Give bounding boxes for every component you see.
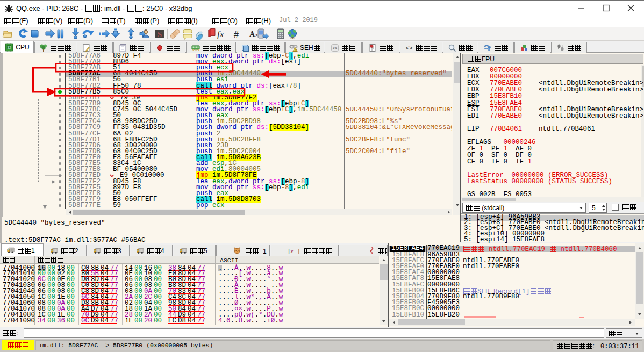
svg-text:#: #: [234, 30, 239, 39]
svg-text:A: A: [249, 30, 255, 38]
svg-text:fx: fx: [217, 29, 224, 39]
svg-text:S: S: [158, 30, 162, 39]
svg-text:<>: <>: [332, 46, 338, 51]
svg-text:32: 32: [8, 45, 12, 49]
svg-text:=]: =]: [294, 248, 300, 255]
svg-text:<>: <>: [406, 45, 413, 52]
svg-text:2: 2: [255, 33, 258, 38]
svg-text:x: x: [290, 248, 294, 254]
